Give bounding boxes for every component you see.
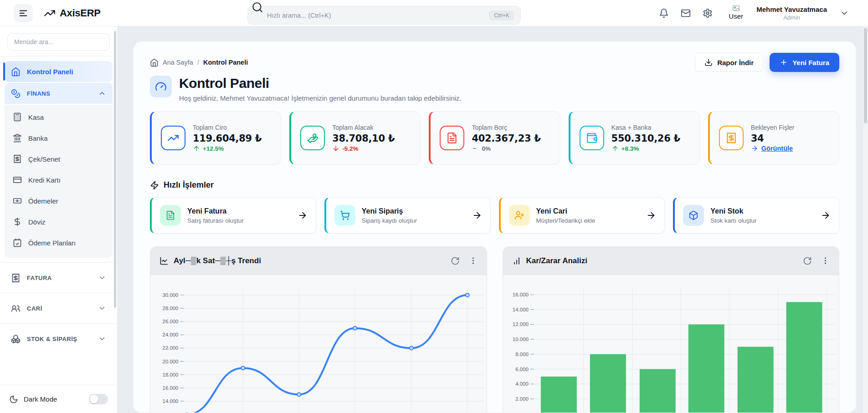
sidebar-search-input[interactable]: Menüde ara...	[7, 33, 110, 51]
sub-item-label: Döviz	[28, 218, 46, 226]
sidebar-group-cari[interactable]: CARİ	[5, 298, 113, 319]
dark-mode-toggle[interactable]	[89, 394, 108, 404]
hamburger-icon	[18, 8, 28, 18]
quick-action-yeni-siparis[interactable]: Yeni Sipariş Sipariş kaydı oluştur	[324, 197, 491, 234]
credit-card-icon	[13, 175, 22, 184]
bell-icon	[659, 8, 669, 18]
svg-text:6.000: 6.000	[515, 367, 529, 372]
user-menu-chevron[interactable]	[840, 9, 849, 18]
sidebar-item-banka[interactable]: Banka	[5, 127, 113, 148]
quick-subtitle: Satış faturası oluştur	[187, 217, 244, 224]
svg-text:22.000: 22.000	[163, 345, 179, 351]
divider	[0, 56, 117, 56]
user-menu[interactable]: Mehmet Yavuzatmaca Admin	[756, 5, 827, 21]
sidebar-item-kredi-karti[interactable]: Kredi Kartı	[5, 169, 113, 190]
breadcrumb: Ana Sayfa / Kontrol Paneli	[150, 58, 248, 67]
user-name: Mehmet Yavuzatmaca	[756, 5, 827, 13]
sidebar-scrollbar[interactable]	[114, 31, 116, 308]
sub-item-label: Kredi Kartı	[28, 176, 61, 184]
sidebar-item-odeme-planlari[interactable]: Ödeme Planları	[5, 232, 113, 253]
calendar-check-icon	[13, 238, 22, 247]
user-avatar-broken-image[interactable]: User	[724, 5, 747, 20]
sidebar-item-kasa[interactable]: Kasa	[5, 107, 113, 127]
stat-cards-row: Toplam Ciro 119.604,89 ₺ +12.5% Toplam A…	[150, 111, 839, 165]
svg-text:10.000: 10.000	[512, 337, 528, 342]
arrow-right-icon	[472, 210, 482, 220]
chevron-down-icon	[98, 335, 106, 343]
sub-item-label: Banka	[28, 134, 48, 142]
view-pending-link[interactable]: Görüntüle	[751, 145, 795, 152]
page-title-icon-box	[150, 76, 172, 97]
line-chart-icon	[159, 256, 169, 265]
stat-card-toplam-borc: Toplam Borç 402.367,23 ₺ 0%	[429, 111, 560, 165]
content-container: Ana Sayfa / Kontrol Paneli Rapor İndir Y…	[133, 41, 856, 413]
sidebar-search-placeholder: Menüde ara...	[14, 38, 53, 46]
moon-icon	[9, 395, 18, 404]
chart-menu-button[interactable]	[469, 256, 478, 265]
chevron-up-icon	[98, 89, 106, 97]
main-area: Ana Sayfa / Kontrol Paneli Rapor İndir Y…	[118, 26, 868, 413]
breadcrumb-home-link[interactable]: Ana Sayfa	[163, 59, 193, 66]
top-header: AxisERP Hızlı arama... (Ctrl+K) Ctrl+K U…	[0, 0, 868, 26]
stat-value: 119.604,89 ₺	[193, 133, 262, 144]
quick-action-yeni-fatura[interactable]: Yeni Fatura Satış faturası oluştur	[150, 197, 316, 234]
quick-subtitle: Müşteri/Tedarikçi ekle	[536, 217, 596, 224]
stat-card-toplam-ciro: Toplam Ciro 119.604,89 ₺ +12.5%	[150, 111, 281, 165]
sidebar-item-cek-senet[interactable]: Çek/Senet	[5, 148, 113, 169]
stat-label: Toplam Ciro	[193, 124, 262, 131]
page-scrollbar[interactable]	[863, 26, 868, 413]
chart-menu-button[interactable]	[821, 256, 830, 265]
refresh-icon	[803, 256, 812, 265]
plus-icon	[780, 58, 788, 66]
new-invoice-button[interactable]: Yeni Fatura	[770, 53, 839, 72]
new-invoice-label: Yeni Fatura	[792, 59, 829, 66]
sidebar-item-doviz[interactable]: Döviz	[5, 211, 113, 232]
sub-item-label: Çek/Senet	[28, 155, 60, 163]
divider	[0, 323, 117, 324]
divider	[0, 262, 117, 263]
sidebar-group-stok-siparis[interactable]: STOK & SİPARİŞ	[5, 328, 113, 349]
stat-change: -5.2%	[332, 145, 395, 152]
stat-icon-box	[580, 126, 604, 150]
scrollbar-thumb[interactable]	[864, 28, 867, 123]
stat-label: Bekleyen Fişler	[751, 124, 795, 131]
quick-action-yeni-cari[interactable]: Yeni Cari Müşteri/Tedarikçi ekle	[499, 197, 665, 234]
sales-trend-chart-card: Ayl─▒k Sat─▒┼ş Trendi 30.00028.000	[150, 246, 487, 413]
svg-text:28.000: 28.000	[163, 306, 179, 311]
breadcrumb-separator: /	[197, 59, 199, 66]
sidebar-group-fatura[interactable]: FATURA	[5, 267, 113, 288]
download-report-button[interactable]: Rapor İndir	[695, 53, 763, 72]
users-icon	[11, 304, 21, 313]
svg-text:30.000: 30.000	[163, 292, 179, 298]
quick-action-yeni-stok[interactable]: Yeni Stok Stok kartı oluştur	[673, 197, 839, 234]
chevron-down-icon	[98, 304, 106, 312]
sidebar-item-kontrol-paneli[interactable]: Kontrol Paneli	[5, 61, 113, 82]
refresh-icon	[451, 256, 460, 265]
stat-label: Kasa + Banka	[611, 124, 680, 131]
notifications-button[interactable]	[659, 8, 669, 18]
arrow-down-icon	[332, 145, 339, 152]
quick-icon-box	[160, 205, 181, 226]
stat-change: +12.5%	[193, 145, 262, 152]
settings-button[interactable]	[703, 8, 713, 18]
package-icon	[688, 210, 699, 220]
sidebar-group-finans[interactable]: FİNANS	[5, 83, 113, 104]
download-icon	[704, 58, 713, 66]
svg-text:20.000: 20.000	[163, 359, 179, 364]
stat-label: Toplam Borç	[472, 124, 540, 131]
global-search-input[interactable]: Hızlı arama... (Ctrl+K) Ctrl+K	[247, 6, 521, 25]
refresh-chart-button[interactable]	[451, 256, 460, 265]
trending-up-logo-icon	[44, 7, 56, 19]
wallet-icon	[586, 132, 598, 144]
quick-title: Yeni Cari	[536, 207, 596, 215]
sub-item-label: Ödeme Planları	[28, 239, 76, 247]
svg-text:2.000: 2.000	[515, 396, 529, 402]
sidebar-item-odemeler[interactable]: Ödemeler	[5, 190, 113, 211]
menu-toggle-button[interactable]	[14, 4, 33, 22]
quick-icon-box	[509, 205, 530, 226]
refresh-chart-button[interactable]	[803, 256, 812, 265]
messages-button[interactable]	[681, 8, 691, 18]
chart-title: Ayl─▒k Sat─▒┼ş Trendi	[174, 256, 261, 265]
quick-actions-row: Yeni Fatura Satış faturası oluştur Yeni …	[150, 197, 839, 234]
quick-icon-box	[334, 205, 355, 226]
